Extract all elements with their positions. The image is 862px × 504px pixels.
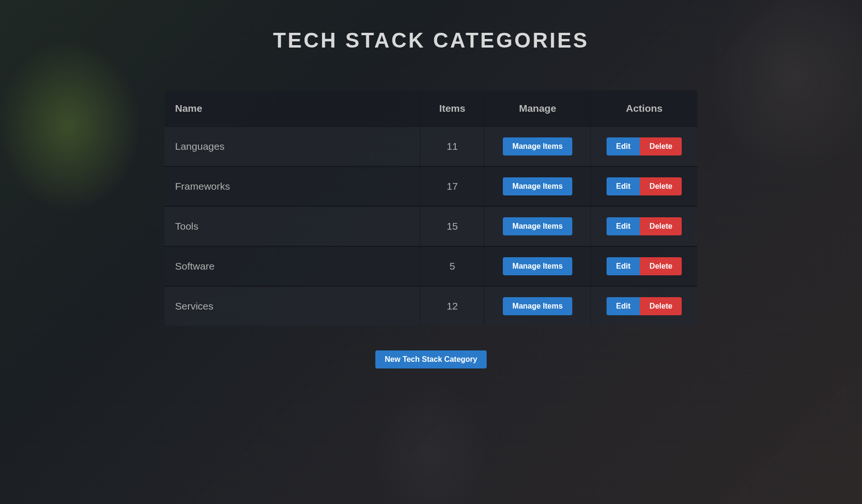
cell-actions: EditDelete	[591, 206, 697, 246]
cell-name: Software	[165, 246, 421, 286]
cell-actions: EditDelete	[591, 286, 697, 326]
cell-manage: Manage Items	[484, 246, 591, 286]
action-button-group: EditDelete	[607, 257, 682, 275]
delete-button[interactable]: Delete	[640, 257, 682, 275]
delete-button[interactable]: Delete	[640, 217, 682, 235]
cell-name: Frameworks	[165, 166, 421, 206]
manage-items-button[interactable]: Manage Items	[503, 297, 572, 315]
table-row: Tools15Manage ItemsEditDelete	[165, 206, 697, 246]
cell-items: 17	[421, 166, 484, 206]
action-button-group: EditDelete	[607, 137, 682, 155]
cell-manage: Manage Items	[484, 166, 591, 206]
new-button-container: New Tech Stack Category	[19, 350, 843, 368]
new-category-button[interactable]: New Tech Stack Category	[375, 350, 487, 368]
table-row: Frameworks17Manage ItemsEditDelete	[165, 166, 697, 206]
cell-actions: EditDelete	[591, 166, 697, 206]
content-wrapper: TECH STACK CATEGORIES Name Items Manage …	[0, 0, 862, 397]
column-header-name: Name	[165, 90, 421, 127]
categories-table-container: Name Items Manage Actions Languages11Man…	[165, 90, 697, 326]
cell-manage: Manage Items	[484, 286, 591, 326]
cell-name: Tools	[165, 206, 421, 246]
table-row: Software5Manage ItemsEditDelete	[165, 246, 697, 286]
categories-table: Name Items Manage Actions Languages11Man…	[165, 90, 697, 326]
edit-button[interactable]: Edit	[607, 297, 640, 315]
delete-button[interactable]: Delete	[640, 177, 682, 195]
cell-name: Services	[165, 286, 421, 326]
cell-name: Languages	[165, 127, 421, 167]
action-button-group: EditDelete	[607, 177, 682, 195]
edit-button[interactable]: Edit	[607, 137, 640, 155]
cell-manage: Manage Items	[484, 127, 591, 167]
action-button-group: EditDelete	[607, 297, 682, 315]
table-header-row: Name Items Manage Actions	[165, 90, 697, 127]
manage-items-button[interactable]: Manage Items	[503, 217, 572, 235]
manage-items-button[interactable]: Manage Items	[503, 137, 572, 155]
cell-items: 15	[421, 206, 484, 246]
edit-button[interactable]: Edit	[607, 257, 640, 275]
column-header-manage: Manage	[484, 90, 591, 127]
action-button-group: EditDelete	[607, 217, 682, 235]
table-row: Services12Manage ItemsEditDelete	[165, 286, 697, 326]
cell-items: 12	[421, 286, 484, 326]
cell-items: 5	[421, 246, 484, 286]
cell-items: 11	[421, 127, 484, 167]
delete-button[interactable]: Delete	[640, 137, 682, 155]
cell-actions: EditDelete	[591, 127, 697, 167]
manage-items-button[interactable]: Manage Items	[503, 177, 572, 195]
cell-actions: EditDelete	[591, 246, 697, 286]
page-title: TECH STACK CATEGORIES	[19, 29, 843, 52]
delete-button[interactable]: Delete	[640, 297, 682, 315]
column-header-items: Items	[421, 90, 484, 127]
manage-items-button[interactable]: Manage Items	[503, 257, 572, 275]
column-header-actions: Actions	[591, 90, 697, 127]
table-row: Languages11Manage ItemsEditDelete	[165, 127, 697, 167]
edit-button[interactable]: Edit	[607, 217, 640, 235]
cell-manage: Manage Items	[484, 206, 591, 246]
edit-button[interactable]: Edit	[607, 177, 640, 195]
